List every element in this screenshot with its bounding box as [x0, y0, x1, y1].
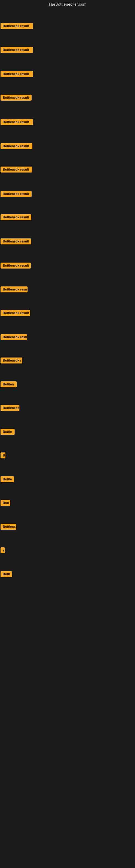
bottleneck-result-13[interactable]: Bottleneck result: [1, 310, 30, 316]
site-title: TheBottlenecker.com: [0, 0, 135, 8]
bottleneck-result-7[interactable]: Bottleneck result: [1, 166, 32, 173]
bottleneck-result-15[interactable]: Bottleneck r: [1, 358, 22, 364]
bottleneck-result-3[interactable]: Bottleneck result: [1, 71, 33, 77]
bottleneck-result-5[interactable]: Bottleneck result: [1, 119, 33, 125]
bottleneck-result-19[interactable]: B: [1, 453, 5, 458]
bottleneck-result-11[interactable]: Bottleneck result: [1, 262, 31, 269]
bottleneck-result-10[interactable]: Bottleneck result: [1, 239, 31, 244]
bottleneck-result-8[interactable]: Bottleneck result: [1, 191, 32, 197]
bottleneck-result-9[interactable]: Bottleneck result: [1, 214, 31, 220]
bottleneck-result-22[interactable]: Bottlens: [1, 524, 16, 530]
bottleneck-result-2[interactable]: Bottleneck result: [1, 47, 33, 53]
bottleneck-result-23[interactable]: s: [1, 547, 5, 553]
bottleneck-result-1[interactable]: Bottleneck result: [1, 23, 33, 29]
bottleneck-result-20[interactable]: Bottle: [1, 476, 14, 482]
bottleneck-result-4[interactable]: Bottleneck result: [1, 95, 32, 101]
bottleneck-result-6[interactable]: Bottleneck result: [1, 143, 32, 149]
bottleneck-result-17[interactable]: Bottleneck: [1, 405, 19, 411]
bottleneck-result-16[interactable]: Bottlen: [1, 381, 17, 388]
bottleneck-result-21[interactable]: Bott: [1, 500, 10, 506]
bottleneck-result-14[interactable]: Bottleneck resu: [1, 334, 27, 340]
bottleneck-result-12[interactable]: Bottleneck resu: [1, 286, 28, 292]
bottleneck-result-18[interactable]: Bottle: [1, 429, 14, 435]
bottleneck-result-24[interactable]: Bottl: [1, 571, 12, 577]
